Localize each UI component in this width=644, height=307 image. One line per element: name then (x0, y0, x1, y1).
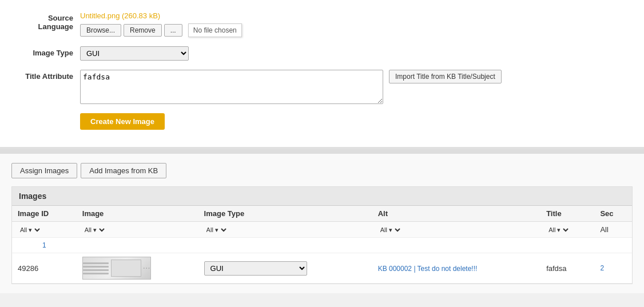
image-type-row-select[interactable]: GUI Screenshot Diagram (204, 261, 307, 276)
col-header-image-id: Image ID (12, 206, 77, 222)
title-attribute-row: Title Attribute fafdsa Import Title from… (11, 70, 633, 104)
filter-title: All ▾ (540, 222, 594, 238)
thumb-line (83, 266, 109, 268)
create-new-image-button[interactable]: Create New Image (80, 113, 165, 130)
no-file-tooltip: No file chosen (188, 23, 242, 37)
col-header-alt: Alt (372, 206, 540, 222)
filter-sec-label: All (600, 225, 608, 234)
cell-image-thumbnail: ··· (77, 253, 198, 284)
section-divider (0, 149, 644, 154)
filter-image-type: All ▾ (198, 222, 372, 238)
image-id-value: 49286 (18, 264, 38, 273)
table-row: 49286 ··· (12, 253, 632, 284)
action-buttons: Assign Images Add Images from KB (11, 163, 633, 178)
row-number-1: 1 (18, 241, 71, 249)
images-table: Image ID Image Image Type Alt Title Sec … (12, 206, 632, 284)
thumb-line (83, 269, 109, 271)
cell-sec: 2 (594, 253, 632, 284)
source-language-row: Source Language Untitled.png (260.83 kB)… (11, 11, 633, 37)
title-input[interactable]: fafdsa (80, 70, 383, 104)
col-header-sec: Sec (594, 206, 632, 222)
filter-sec: All (594, 222, 632, 238)
images-table-container: Images Image ID Image Image Type Alt Tit… (11, 186, 633, 284)
empty-sec-cell (594, 238, 632, 253)
top-section: Source Language Untitled.png (260.83 kB)… (0, 0, 644, 149)
filter-image-type-select[interactable]: All ▾ (204, 226, 228, 234)
row-num-1: 1 (12, 238, 77, 253)
images-table-header: Images (12, 187, 632, 206)
title-attribute-label: Title Attribute (11, 70, 80, 81)
empty-cell (77, 238, 198, 253)
thumb-line (83, 262, 109, 264)
sec-num-2: 2 (600, 264, 626, 272)
empty-type-cell (198, 238, 372, 253)
image-type-row: Image Type GUI Screenshot Diagram Photo … (11, 46, 633, 61)
image-type-select[interactable]: GUI Screenshot Diagram Photo Icon (80, 46, 189, 61)
assign-images-button[interactable]: Assign Images (11, 163, 77, 178)
alt-link[interactable]: KB 000002 | Test do not delete!!! (378, 265, 478, 273)
filter-alt-select[interactable]: All ▾ (378, 226, 402, 234)
thumb-line (83, 273, 109, 274)
empty-alt-cell (372, 238, 540, 253)
source-language-content: Untitled.png (260.83 kB) Browse... Remov… (80, 11, 242, 37)
table-header-row: Image ID Image Image Type Alt Title Sec (12, 206, 632, 222)
filter-row: All ▾ All ▾ All ▾ (12, 222, 632, 238)
bottom-section: Assign Images Add Images from KB Images … (0, 154, 644, 293)
filter-image-select[interactable]: All ▾ (82, 226, 106, 234)
cell-title: fafdsa (540, 253, 594, 284)
source-language-label: Source Language (11, 11, 80, 31)
image-thumbnail: ··· (82, 257, 151, 280)
cell-alt: KB 000002 | Test do not delete!!! (372, 253, 540, 284)
remove-button[interactable]: Remove (124, 24, 162, 37)
filter-title-select[interactable]: All ▾ (546, 226, 570, 234)
table-row: 1 (12, 238, 632, 253)
browse-button[interactable]: Browse... (80, 24, 121, 37)
filter-image-id: All ▾ (12, 222, 77, 238)
thumb-lines (83, 260, 109, 277)
add-images-from-kb-button[interactable]: Add Images from KB (81, 163, 166, 178)
thumb-ellipsis: ··· (142, 263, 150, 273)
ellipsis-button[interactable]: ... (164, 24, 182, 37)
create-button-row: Create New Image (11, 113, 633, 130)
filter-image-id-select[interactable]: All ▾ (18, 226, 42, 234)
filter-image: All ▾ (77, 222, 198, 238)
cell-image-id: 49286 (12, 253, 77, 284)
file-buttons: Browse... Remove ... No file chosen (80, 23, 242, 37)
col-header-image: Image (77, 206, 198, 222)
filter-alt: All ▾ (372, 222, 540, 238)
col-header-image-type: Image Type (198, 206, 372, 222)
empty-title-cell (540, 238, 594, 253)
thumb-preview (111, 260, 142, 277)
import-title-button[interactable]: Import Title from KB Title/Subject (389, 70, 502, 83)
source-file-name: Untitled.png (260.83 kB) (80, 11, 242, 20)
image-type-label: Image Type (11, 46, 80, 57)
cell-image-type: GUI Screenshot Diagram (198, 253, 372, 284)
col-header-title: Title (540, 206, 594, 222)
